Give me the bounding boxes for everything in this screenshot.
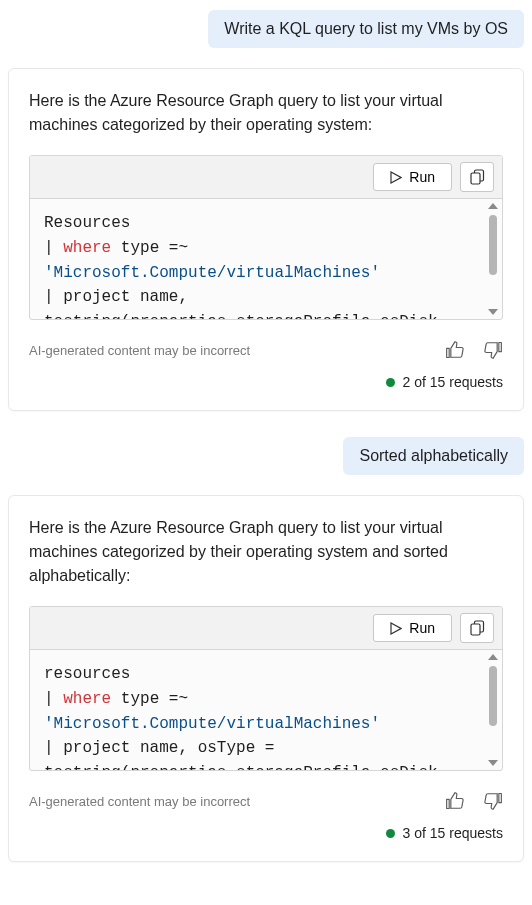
play-icon (390, 622, 402, 635)
code-content-wrap: resources | where type =~ 'Microsoft.Com… (30, 650, 502, 770)
scrollbar[interactable] (486, 652, 500, 768)
code-keyword: where (63, 690, 111, 708)
code-token: tostring(properties.storageProfile.osDis… (44, 313, 438, 319)
feedback-buttons (445, 791, 503, 811)
svg-rect-3 (471, 624, 480, 635)
message-footer: AI-generated content may be incorrect (29, 791, 503, 811)
status-row: 2 of 15 requests (29, 374, 503, 390)
code-token: type =~ (111, 239, 197, 257)
code-token: | project name, osType = (44, 739, 284, 757)
code-block: Run resources | where type =~ 'Microsoft… (29, 606, 503, 771)
status-row: 3 of 15 requests (29, 825, 503, 841)
scroll-thumb[interactable] (489, 215, 497, 275)
code-toolbar: Run (30, 156, 502, 199)
scroll-thumb[interactable] (489, 666, 497, 726)
code-token: | (44, 690, 63, 708)
code-string: 'Microsoft.Compute/virtualMachines' (44, 264, 380, 282)
copy-button[interactable] (460, 162, 494, 192)
copy-button[interactable] (460, 613, 494, 643)
thumbs-down-button[interactable] (483, 791, 503, 811)
svg-rect-1 (471, 173, 480, 184)
copy-icon (470, 620, 485, 636)
request-counter: 3 of 15 requests (403, 825, 503, 841)
disclaimer-text: AI-generated content may be incorrect (29, 343, 250, 358)
assistant-message: Here is the Azure Resource Graph query t… (8, 68, 524, 411)
code-content[interactable]: resources | where type =~ 'Microsoft.Com… (30, 650, 502, 770)
run-label: Run (409, 169, 435, 185)
code-content-wrap: Resources | where type =~ 'Microsoft.Com… (30, 199, 502, 319)
user-message: Sorted alphabetically (8, 437, 524, 475)
code-keyword: where (63, 239, 111, 257)
run-button[interactable]: Run (373, 163, 452, 191)
user-message-text: Sorted alphabetically (343, 437, 524, 475)
user-message: Write a KQL query to list my VMs by OS (8, 10, 524, 48)
scroll-track-mid[interactable] (486, 660, 500, 760)
code-token: Resources (44, 214, 130, 232)
run-label: Run (409, 620, 435, 636)
play-icon (390, 171, 402, 184)
thumbs-down-button[interactable] (483, 340, 503, 360)
code-string: 'Microsoft.Compute/virtualMachines' (44, 715, 380, 733)
code-token: resources (44, 665, 130, 683)
message-footer: AI-generated content may be incorrect (29, 340, 503, 360)
copy-icon (470, 169, 485, 185)
thumbs-up-button[interactable] (445, 791, 465, 811)
run-button[interactable]: Run (373, 614, 452, 642)
code-token: | project name, (44, 288, 198, 306)
status-dot-icon (386, 378, 395, 387)
disclaimer-text: AI-generated content may be incorrect (29, 794, 250, 809)
code-content[interactable]: Resources | where type =~ 'Microsoft.Com… (30, 199, 502, 319)
assistant-intro-text: Here is the Azure Resource Graph query t… (29, 516, 503, 588)
scroll-track-mid[interactable] (486, 209, 500, 309)
assistant-intro-text: Here is the Azure Resource Graph query t… (29, 89, 503, 137)
code-block: Run Resources | where type =~ 'Microsoft… (29, 155, 503, 320)
scroll-down-icon[interactable] (488, 309, 498, 315)
user-message-text: Write a KQL query to list my VMs by OS (208, 10, 524, 48)
scroll-down-icon[interactable] (488, 760, 498, 766)
request-counter: 2 of 15 requests (403, 374, 503, 390)
code-token: tostring(properties.storageProfile.osDis… (44, 764, 438, 770)
code-toolbar: Run (30, 607, 502, 650)
assistant-message: Here is the Azure Resource Graph query t… (8, 495, 524, 862)
code-token: type =~ (111, 690, 197, 708)
status-dot-icon (386, 829, 395, 838)
scrollbar[interactable] (486, 201, 500, 317)
code-token: | (44, 239, 63, 257)
thumbs-up-button[interactable] (445, 340, 465, 360)
feedback-buttons (445, 340, 503, 360)
